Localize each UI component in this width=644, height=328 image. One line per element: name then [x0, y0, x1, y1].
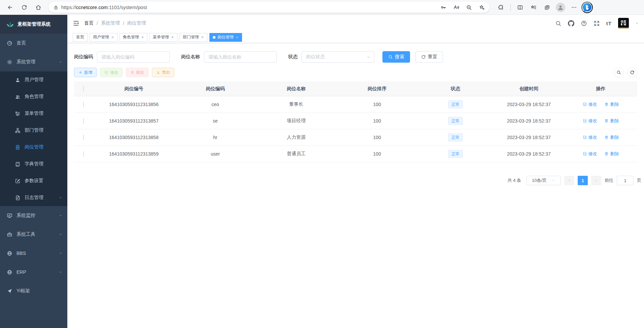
sidebar-fold-icon[interactable] [73, 20, 79, 27]
text-size-icon[interactable]: tT [606, 21, 612, 26]
globe-icon [7, 269, 12, 275]
close-icon[interactable] [236, 36, 239, 39]
select-all-checkbox[interactable] [83, 86, 84, 92]
close-icon[interactable] [141, 36, 144, 39]
sidebar-item-dept[interactable]: 部门管理 [0, 122, 67, 139]
next-page-button[interactable] [591, 176, 601, 185]
favorites-icon[interactable] [528, 2, 540, 13]
address-bar[interactable]: https://ccnetcore.com:1101/system/post [48, 2, 489, 13]
row-edit-link[interactable]: 修改 [583, 151, 597, 157]
row-delete-link[interactable]: 删除 [604, 134, 619, 140]
fullscreen-icon[interactable] [594, 20, 600, 27]
sidebar-item-post[interactable]: 岗位管理 [0, 139, 67, 156]
sidebar-item-system[interactable]: 系统管理 [0, 53, 67, 71]
row-delete-link[interactable]: 删除 [604, 118, 619, 124]
goto-page-input[interactable] [617, 176, 634, 185]
edit-button[interactable]: 修改 [100, 68, 123, 77]
sidebar-item-tool[interactable]: 系统工具 [0, 225, 67, 244]
org-tree-icon [15, 128, 21, 133]
sidebar-item-dict[interactable]: 字典管理 [0, 156, 67, 172]
close-icon[interactable] [201, 36, 204, 39]
export-button[interactable]: 导出 [152, 68, 174, 77]
user-avatar[interactable] [618, 18, 629, 29]
column-header: 创建时间 [494, 86, 564, 92]
column-header: 岗位排序 [337, 86, 417, 92]
column-header: 状态 [417, 86, 494, 92]
collections-icon[interactable] [541, 2, 553, 13]
favorite-add-icon[interactable] [477, 3, 487, 12]
sidebar-item-config[interactable]: 参数设置 [0, 172, 67, 189]
tab-menu[interactable]: 菜单管理 [149, 33, 177, 42]
page-size-select[interactable]: 10条/页 [527, 176, 561, 185]
avatar-caret-icon[interactable] [635, 22, 639, 25]
breadcrumb-system[interactable]: 系统管理 [101, 20, 120, 26]
row-checkbox[interactable] [83, 118, 84, 124]
browser-toolbar-right [495, 2, 593, 13]
breadcrumb-home[interactable]: 首页 [84, 20, 94, 26]
sidebar-item-erp[interactable]: ERP [0, 263, 67, 282]
browser-back-button[interactable] [4, 2, 16, 13]
active-dot [213, 36, 215, 39]
show-search-toggle-button[interactable] [614, 67, 624, 77]
page-content: 岗位编码 岗位名称 状态 岗位状态 搜索 [67, 43, 644, 328]
github-icon[interactable] [568, 20, 574, 27]
monitor-icon [7, 213, 12, 219]
site-lock-icon[interactable] [53, 5, 59, 10]
row-edit-link[interactable]: 修改 [583, 134, 597, 140]
tab-dept[interactable]: 部门管理 [179, 33, 207, 42]
row-checkbox[interactable] [83, 102, 84, 107]
sidebar-item-log[interactable]: 日志管理 [0, 189, 67, 206]
paper-plane-icon [7, 288, 12, 294]
password-key-icon[interactable] [438, 3, 448, 12]
url-text[interactable]: https://ccnetcore.com:1101/system/post [61, 5, 436, 10]
row-edit-link[interactable]: 修改 [583, 118, 597, 124]
sidebar-item-monitor[interactable]: 系统监控 [0, 206, 67, 225]
sidebar-item-home[interactable]: 首页 [0, 34, 67, 53]
close-icon[interactable] [171, 36, 174, 39]
read-aloud-icon[interactable] [451, 3, 461, 12]
browser-home-button[interactable] [32, 2, 44, 13]
sidebar-item-menu[interactable]: 菜单管理 [0, 105, 67, 122]
split-screen-icon[interactable] [514, 2, 526, 13]
user-icon [15, 77, 21, 83]
table-row: 1641030593112313857 se 项目经理 100 正常 2023-… [74, 113, 637, 129]
post-name-input[interactable] [204, 51, 277, 63]
sidebar-submenu-system: 用户管理 角色管理 菜单管理 部门管理 岗位管理 字典管理 [0, 71, 67, 206]
row-checkbox[interactable] [83, 135, 84, 140]
plus-icon [78, 70, 82, 74]
log-icon [15, 195, 21, 201]
add-button[interactable]: 新增 [74, 68, 97, 77]
status-select[interactable]: 岗位状态 [302, 51, 374, 63]
chevron-down-icon [551, 178, 555, 183]
header-search-icon[interactable] [555, 20, 562, 27]
extensions-icon[interactable] [495, 2, 507, 13]
sidebar-item-yiframe[interactable]: Yi框架 [0, 282, 67, 300]
post-code-input[interactable] [97, 51, 170, 63]
sidebar-item-user[interactable]: 用户管理 [0, 71, 67, 88]
row-delete-link[interactable]: 删除 [604, 151, 619, 157]
tab-user[interactable]: 用户管理 [90, 33, 117, 42]
browser-refresh-button[interactable] [18, 2, 30, 13]
row-edit-link[interactable]: 修改 [583, 101, 597, 107]
tab-post[interactable]: 岗位管理 [209, 33, 242, 42]
reset-button[interactable]: 重置 [415, 51, 443, 63]
row-checkbox[interactable] [83, 151, 84, 157]
sidebar-item-role[interactable]: 角色管理 [0, 88, 67, 105]
bing-copilot-icon[interactable] [581, 2, 593, 13]
refresh-table-button[interactable] [627, 67, 637, 77]
post-code-label: 岗位编码 [74, 54, 93, 60]
sidebar-item-bbs[interactable]: BBS [0, 244, 67, 263]
search-button[interactable]: 搜索 [382, 51, 410, 63]
page-number-button[interactable]: 1 [578, 176, 588, 185]
pagination: 共 4 条 10条/页 1 前往 页 [74, 176, 641, 185]
prev-page-button[interactable] [564, 176, 574, 185]
browser-profile-avatar[interactable] [554, 2, 567, 13]
help-icon[interactable] [581, 20, 587, 27]
tab-role[interactable]: 角色管理 [120, 33, 147, 42]
close-icon[interactable] [111, 36, 114, 39]
row-delete-link[interactable]: 删除 [604, 101, 619, 107]
zoom-icon[interactable] [464, 3, 474, 12]
browser-settings-more-icon[interactable] [568, 2, 580, 13]
delete-button[interactable]: 删除 [126, 68, 148, 77]
tab-home[interactable]: 首页 [73, 33, 88, 42]
